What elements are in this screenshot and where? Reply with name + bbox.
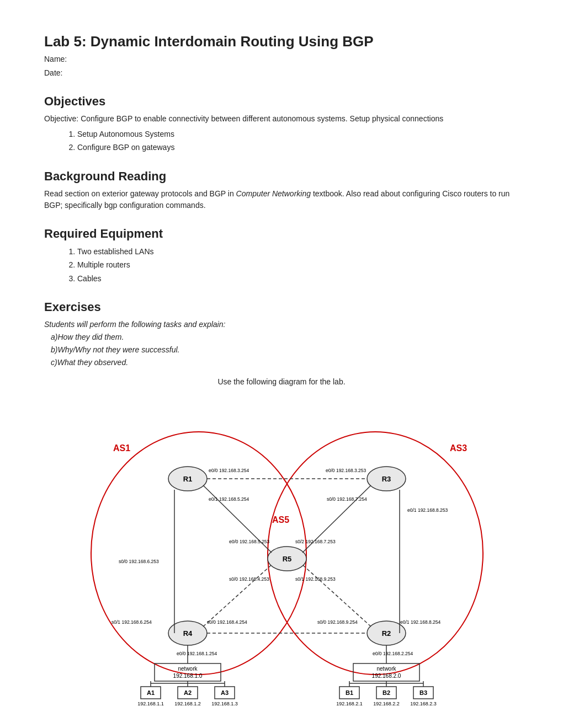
svg-text:s0/0 192.168.9.254: s0/0 192.168.9.254 (317, 619, 358, 625)
svg-text:s0/0 192.168.7.254: s0/0 192.168.7.254 (327, 496, 367, 502)
svg-text:192.168.1.2: 192.168.1.2 (174, 701, 201, 706)
list-item: Two established LANs (77, 245, 519, 258)
exercises-heading: Exercises (44, 300, 519, 314)
exercises-line0: Students will perform the following task… (44, 319, 519, 330)
svg-text:A1: A1 (147, 689, 155, 696)
svg-text:192.168.2.0: 192.168.2.0 (372, 673, 401, 679)
svg-text:s0/1 192.168.6.254: s0/1 192.168.6.254 (111, 619, 152, 625)
svg-text:192.168.1.3: 192.168.1.3 (211, 701, 238, 706)
list-item: Setup Autonomous Systems (77, 128, 519, 140)
svg-text:R5: R5 (283, 555, 292, 563)
svg-text:A2: A2 (184, 689, 192, 696)
svg-text:e0/0 192.168.2.254: e0/0 192.168.2.254 (373, 651, 413, 656)
svg-text:AS1: AS1 (113, 443, 130, 453)
svg-text:AS3: AS3 (450, 443, 467, 453)
svg-text:e0/1 192.168.5.254: e0/1 192.168.5.254 (209, 496, 249, 502)
svg-text:192.168.1.1: 192.168.1.1 (137, 701, 164, 706)
svg-text:network: network (376, 666, 396, 672)
svg-text:R4: R4 (183, 629, 193, 638)
diagram-label: Use the following diagram for the lab. (44, 376, 519, 388)
background-heading: Background Reading (44, 169, 519, 184)
svg-text:e0/0 192.168.5.253: e0/0 192.168.5.253 (229, 539, 270, 544)
background-italic: Computer Networking (236, 189, 311, 198)
svg-text:B1: B1 (346, 689, 353, 696)
objectives-heading: Objectives (44, 94, 519, 109)
list-item: Cables (77, 272, 519, 285)
exercises-line2: b)Why/Why not they were successful. (51, 344, 519, 356)
svg-text:R2: R2 (382, 629, 391, 638)
svg-text:s0/2 192.168.7.253: s0/2 192.168.7.253 (295, 539, 336, 544)
svg-text:s0/1 192.168.9.253: s0/1 192.168.9.253 (295, 576, 336, 582)
svg-text:B3: B3 (419, 689, 427, 696)
svg-line-19 (302, 565, 371, 627)
list-item: Multiple routers (77, 259, 519, 271)
svg-text:R1: R1 (183, 475, 193, 483)
exercises-line1: a)How they did them. (51, 331, 519, 343)
svg-text:A3: A3 (221, 689, 229, 696)
diagram-container: AS1 AS3 AS5 R1 R3 R5 R4 R2 (44, 393, 519, 719)
equipment-list: Two established LANs Multiple routers Ca… (77, 245, 519, 285)
objectives-intro: Objective: Configure BGP to enable conne… (44, 113, 519, 125)
svg-text:192.168.1.0: 192.168.1.0 (173, 673, 203, 679)
svg-text:e0/1 192.168.8.253: e0/1 192.168.8.253 (407, 507, 448, 513)
list-item: Configure BGP on gateways (77, 141, 519, 153)
background-text: Read section on exterior gateway protoco… (44, 188, 519, 211)
network-diagram: AS1 AS3 AS5 R1 R3 R5 R4 R2 (66, 393, 497, 719)
equipment-heading: Required Equipment (44, 227, 519, 241)
svg-text:B2: B2 (383, 689, 390, 696)
lab-title: Lab 5: Dynamic Interdomain Routing Using… (44, 33, 519, 50)
svg-text:e0/0 192.168.3.254: e0/0 192.168.3.254 (209, 468, 249, 473)
date-label: Date: (44, 67, 519, 79)
background-text1: Read section on exterior gateway protoco… (44, 189, 236, 198)
svg-text:R3: R3 (382, 475, 391, 483)
name-label: Name: (44, 53, 519, 65)
svg-text:e0/0 192.168.1.254: e0/0 192.168.1.254 (177, 651, 217, 656)
svg-text:s0/0 192.168.4.253: s0/0 192.168.4.253 (229, 576, 269, 582)
svg-text:192.168.2.2: 192.168.2.2 (373, 701, 400, 706)
svg-text:s0/0 192.168.6.253: s0/0 192.168.6.253 (119, 559, 159, 564)
svg-text:192.168.2.3: 192.168.2.3 (410, 701, 437, 706)
exercises-line3: c)What they observed. (51, 357, 519, 368)
svg-text:e0/0 192.168.3.253: e0/0 192.168.3.253 (326, 468, 367, 473)
svg-text:s0/0 192.168.4.254: s0/0 192.168.4.254 (207, 619, 247, 625)
svg-text:AS5: AS5 (272, 515, 289, 524)
objectives-list: Setup Autonomous Systems Configure BGP o… (77, 128, 519, 154)
svg-line-18 (203, 565, 272, 627)
svg-text:network: network (178, 666, 198, 672)
svg-text:192.168.2.1: 192.168.2.1 (336, 701, 363, 706)
svg-text:e0/1 192.168.8.254: e0/1 192.168.8.254 (400, 619, 441, 625)
